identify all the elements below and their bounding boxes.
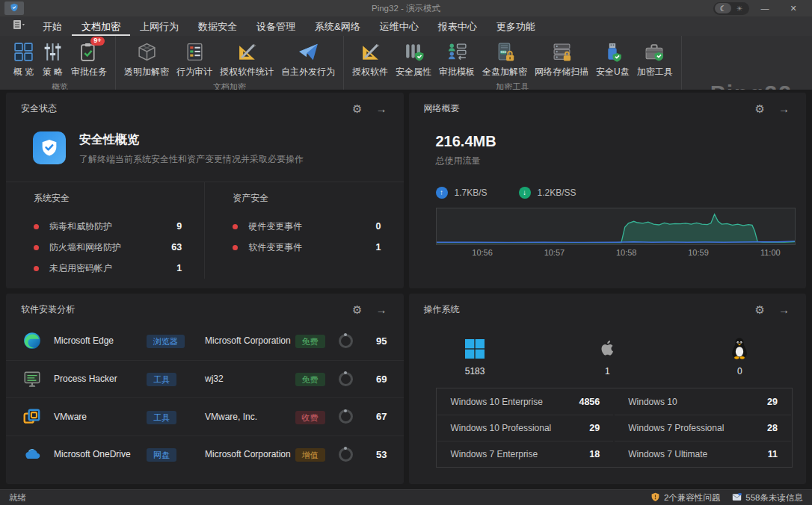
briefcase-shield-icon bbox=[644, 40, 665, 64]
app-menu-button[interactable] bbox=[4, 1, 24, 15]
alert-dot-icon bbox=[233, 245, 238, 250]
ribbon-button-label: 全盘加解密 bbox=[482, 66, 527, 78]
panel-title: 网络概要 bbox=[424, 102, 460, 115]
ribbon-group-overview: 概 览 策 略 9+ 审批任务 概览 bbox=[4, 36, 116, 90]
svg-text:SSD: SSD bbox=[500, 50, 506, 54]
process-hacker-icon bbox=[22, 369, 42, 388]
panel-operating-systems: 操作系统 ⚙ → 5183 1 bbox=[409, 294, 807, 484]
full-disk-encryption-button[interactable]: SSD 全盘加解密 bbox=[479, 38, 531, 80]
audit-report-icon bbox=[184, 40, 206, 64]
system-security-column: 系统安全 病毒和威胁防护 9 防火墙和网络防护 63 未启用密码帐户 bbox=[6, 182, 205, 279]
os-table-cell: Windows 10 29 bbox=[615, 388, 791, 415]
security-metric-row: 硬件变更事件 0 bbox=[233, 216, 381, 237]
alert-dot-icon bbox=[34, 224, 39, 229]
os-version-label: Windows 7 Ultimate bbox=[628, 449, 707, 459]
metric-label: 病毒和威胁防护 bbox=[49, 220, 112, 233]
software-row[interactable]: Process Hacker 工具 wj32 免费 69 bbox=[6, 360, 404, 398]
network-storage-scan-button[interactable]: 网络存储扫描 bbox=[531, 38, 592, 80]
approval-template-button[interactable]: 审批模板 bbox=[435, 38, 479, 80]
open-panel-arrow-icon[interactable]: → bbox=[376, 103, 387, 114]
tab-home[interactable]: 开始 bbox=[33, 17, 72, 36]
software-name: Microsoft Edge bbox=[54, 335, 147, 346]
unread-messages-status[interactable]: 558条未读信息 bbox=[732, 492, 803, 504]
titlebar: Ping32 - 演示模式 ☾ ☀ — ✕ bbox=[0, 0, 812, 16]
light-mode-icon[interactable]: ☀ bbox=[733, 4, 746, 13]
approval-tasks-button[interactable]: 9+ 审批任务 bbox=[67, 38, 111, 80]
ribbon-button-label: 策 略 bbox=[43, 66, 63, 78]
software-name: VMware bbox=[54, 412, 147, 422]
ribbon-button-label: 审批模板 bbox=[439, 66, 475, 78]
software-row[interactable]: Microsoft Edge 浏览器 Microsoft Corporation… bbox=[6, 322, 404, 360]
panel-software-analysis: 软件安装分析 ⚙ → Microsoft Edge 浏览器 Microsoft … bbox=[6, 294, 404, 484]
os-version-label: Windows 10 bbox=[628, 397, 677, 407]
os-table-row: Windows 7 Enterprise 18 Windows 7 Ultima… bbox=[437, 441, 793, 467]
software-row[interactable]: Microsoft OneDrive 网盘 Microsoft Corporat… bbox=[6, 436, 404, 474]
metric-value: 1 bbox=[376, 242, 381, 252]
os-version-count: 4856 bbox=[579, 397, 600, 407]
security-metric-row: 未启用密码帐户 1 bbox=[34, 258, 182, 279]
os-version-count: 18 bbox=[589, 449, 600, 459]
authorized-software-button[interactable]: 授权软件 bbox=[348, 38, 392, 80]
column-heading: 资产安全 bbox=[233, 192, 381, 205]
open-panel-arrow-icon[interactable]: → bbox=[778, 103, 790, 114]
security-metric-row: 软件变更事件 1 bbox=[233, 237, 381, 258]
settings-gear-icon[interactable]: ⚙ bbox=[352, 103, 362, 114]
os-version-table: Windows 10 Enterprise 4856 Windows 10 29… bbox=[436, 388, 793, 468]
price-badge: 收费 bbox=[295, 411, 325, 424]
software-row[interactable]: VMware 工具 VMware, Inc. 收费 67 bbox=[6, 397, 404, 436]
self-outgoing-behavior-button[interactable]: 自主外发行为 bbox=[277, 38, 339, 80]
message-icon bbox=[732, 492, 742, 503]
upload-rate-value: 1.7KB/S bbox=[455, 188, 487, 198]
policy-button[interactable]: 策 略 bbox=[38, 38, 67, 80]
ribbon-button-label: 网络存储扫描 bbox=[535, 66, 588, 78]
settings-gear-icon[interactable]: ⚙ bbox=[755, 304, 765, 315]
total-traffic-label: 总使用流量 bbox=[436, 155, 807, 167]
tab-web-behavior[interactable]: 上网行为 bbox=[130, 17, 188, 36]
behavior-audit-button[interactable]: 行为审计 bbox=[173, 38, 216, 80]
tab-report-center[interactable]: 报表中心 bbox=[428, 17, 487, 36]
secure-usb-button[interactable]: 安全U盘 bbox=[592, 38, 633, 80]
compatibility-issues-label: 2个兼容性问题 bbox=[664, 492, 720, 504]
tab-device-management[interactable]: 设备管理 bbox=[247, 17, 305, 36]
os-table-cell: Windows 7 Professional 28 bbox=[615, 415, 791, 441]
compatibility-issues-status[interactable]: 2个兼容性问题 bbox=[650, 492, 720, 504]
tab-document-encryption[interactable]: 文档加密 bbox=[72, 17, 130, 36]
tab-system-network[interactable]: 系统&网络 bbox=[305, 17, 370, 36]
os-table-row: Windows 10 Professional 29 Windows 7 Pro… bbox=[437, 415, 793, 441]
software-score: 95 bbox=[368, 335, 387, 347]
settings-gear-icon[interactable]: ⚙ bbox=[352, 304, 362, 315]
overview-button[interactable]: 概 览 bbox=[9, 38, 38, 80]
encryption-tools-button[interactable]: 加密工具 bbox=[633, 38, 677, 80]
software-score: 69 bbox=[368, 374, 387, 385]
metric-value: 9 bbox=[176, 221, 182, 232]
ribbon-button-label: 行为审计 bbox=[176, 66, 212, 78]
tab-ops-center[interactable]: 运维中心 bbox=[370, 17, 428, 36]
file-menu-button[interactable] bbox=[9, 19, 28, 34]
alert-dot-icon bbox=[34, 245, 39, 250]
open-panel-arrow-icon[interactable]: → bbox=[376, 304, 387, 315]
os-table-cell: Windows 10 Enterprise 4856 bbox=[437, 388, 614, 415]
theme-toggle[interactable]: ☾ ☀ bbox=[713, 2, 749, 15]
close-button[interactable]: ✕ bbox=[781, 1, 806, 16]
settings-gear-icon[interactable]: ⚙ bbox=[755, 103, 765, 114]
os-family-apple: 1 bbox=[541, 334, 674, 377]
authorized-software-stats-button[interactable]: 授权软件统计 bbox=[216, 38, 277, 80]
tab-more-features[interactable]: 更多功能 bbox=[487, 17, 545, 36]
os-count: 1 bbox=[605, 366, 610, 377]
apple-logo-icon bbox=[597, 334, 617, 359]
software-vendor: Microsoft Corporation bbox=[205, 335, 295, 346]
edge-browser-icon bbox=[22, 331, 42, 350]
open-panel-arrow-icon[interactable]: → bbox=[778, 304, 790, 315]
statusbar: 就绪 2个兼容性问题 558条未读信息 bbox=[0, 489, 812, 505]
software-name: Process Hacker bbox=[54, 374, 147, 384]
panel-title: 安全状态 bbox=[21, 102, 57, 115]
price-badge: 增值 bbox=[295, 448, 325, 462]
ribbon-button-label: 透明加解密 bbox=[124, 66, 169, 78]
minimize-button[interactable]: — bbox=[752, 1, 778, 16]
dark-mode-icon[interactable]: ☾ bbox=[715, 3, 731, 13]
tab-data-security[interactable]: 数据安全 bbox=[188, 17, 247, 36]
fence-shield-icon bbox=[403, 40, 425, 64]
transparent-encryption-button[interactable]: 透明加解密 bbox=[120, 38, 173, 80]
security-attributes-button[interactable]: 安全属性 bbox=[392, 38, 435, 80]
download-rate-value: 1.2KB/SS bbox=[538, 188, 576, 198]
